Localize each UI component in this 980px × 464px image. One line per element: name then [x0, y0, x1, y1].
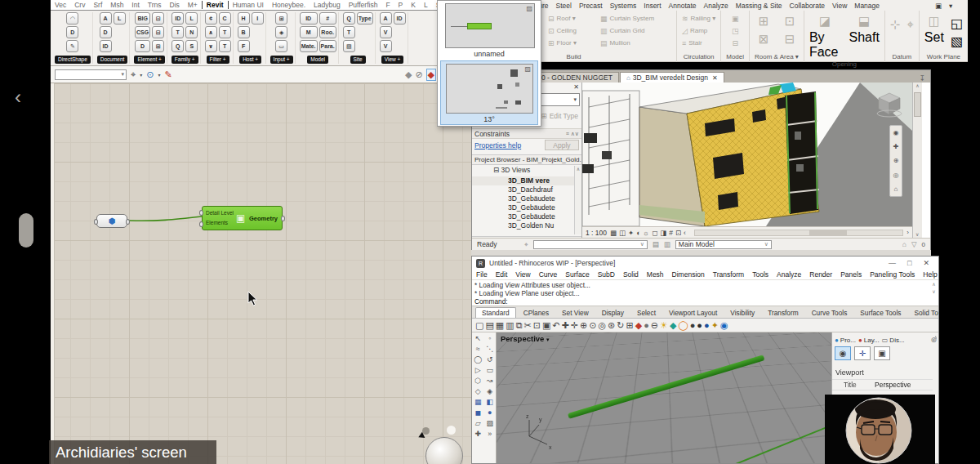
- side-tool-icon[interactable]: ◯: [474, 355, 482, 364]
- toolbar-icon[interactable]: ◆: [670, 319, 676, 332]
- node-input-nub[interactable]: [199, 221, 203, 227]
- command-icon[interactable]: ▧: [951, 33, 963, 49]
- command-icon[interactable]: ⊟: [781, 32, 799, 47]
- toolbar-icon[interactable]: ●: [697, 319, 702, 332]
- component-button[interactable]: CSG: [135, 26, 150, 38]
- node-output-nub[interactable]: [281, 216, 285, 221]
- side-tool-icon[interactable]: ▨: [486, 419, 493, 428]
- tree-view-item[interactable]: 3D_Gebäudete: [472, 203, 575, 212]
- ribbon-command[interactable]: ⊡Ceiling: [548, 27, 594, 35]
- selection-target-icon[interactable]: ⌖: [131, 69, 136, 80]
- revit-ribbon-tab[interactable]: Manage: [854, 2, 880, 10]
- component-button[interactable]: ∧: [205, 26, 217, 38]
- menu-item[interactable]: Curve: [535, 270, 562, 279]
- component-button[interactable]: ⊞: [152, 40, 164, 52]
- grasshopper-tab[interactable]: Honeybee.: [268, 1, 310, 9]
- revit-ribbon-tab[interactable]: Analyze: [704, 2, 728, 10]
- command-icon[interactable]: ⌖: [906, 17, 913, 32]
- group-label[interactable]: Input +: [270, 56, 293, 64]
- component-button[interactable]: T: [172, 26, 184, 38]
- menu-item[interactable]: View: [511, 270, 534, 279]
- toolbar-icon[interactable]: ●: [704, 319, 710, 332]
- sketch-pen-icon[interactable]: ✎: [164, 69, 172, 80]
- side-tool-icon[interactable]: ✚: [474, 430, 481, 439]
- component-button[interactable]: C: [219, 12, 231, 25]
- component-button[interactable]: Q: [172, 40, 184, 52]
- editable-only-icon[interactable]: ▤: [653, 240, 659, 248]
- thumbnail-unnamed[interactable]: ▨: [445, 3, 535, 48]
- grasshopper-tab[interactable]: Int: [127, 1, 143, 9]
- revit-source-node[interactable]: ⬢: [96, 214, 127, 228]
- thumbnail-selected[interactable]: ▨ 13°: [440, 60, 538, 125]
- command-icon[interactable]: ▣: [726, 15, 744, 23]
- toolbar-tab[interactable]: Set View: [556, 308, 595, 318]
- menu-item[interactable]: Surface: [561, 270, 593, 279]
- menu-item[interactable]: Solid: [619, 270, 643, 279]
- revit-ribbon-tab[interactable]: Insert: [644, 2, 661, 10]
- view-hscrollbar[interactable]: [694, 230, 903, 236]
- rhino-command-area[interactable]: * Loading View Attributes user object...…: [472, 280, 938, 306]
- menu-item[interactable]: Paneling Tools: [866, 270, 919, 279]
- ribbon-command[interactable]: ▤Mullion: [600, 39, 671, 47]
- browser-vscrollbar[interactable]: ∧: [574, 166, 581, 234]
- node-input-nub[interactable]: [94, 219, 98, 225]
- grasshopper-tab[interactable]: Vec: [51, 1, 70, 9]
- component-button[interactable]: ⊟: [152, 26, 164, 38]
- view-control-icon[interactable]: ◐: [636, 229, 640, 237]
- toolbar-icon[interactable]: ▥: [506, 319, 514, 332]
- menu-item[interactable]: SubD: [594, 270, 619, 279]
- edit-type-button[interactable]: ⊞Edit Type: [541, 112, 578, 120]
- command-scrollbar[interactable]: ∧ ∨: [930, 281, 938, 306]
- component-button[interactable]: #: [319, 12, 336, 25]
- caret-icon[interactable]: ▾: [140, 72, 142, 78]
- revit-ribbon-tab[interactable]: Annotate: [669, 2, 697, 10]
- menu-item[interactable]: Edit: [492, 270, 512, 279]
- toolbar-icon[interactable]: ▢: [475, 319, 483, 332]
- scroll-right-arrow[interactable]: ›: [906, 229, 909, 236]
- close-icon[interactable]: ✕: [712, 74, 718, 82]
- toolbar-icon[interactable]: ⊞: [626, 319, 633, 332]
- component-button[interactable]: B: [238, 26, 250, 38]
- view-control-icon[interactable]: ◨: [660, 229, 666, 237]
- component-button[interactable]: T: [343, 26, 355, 38]
- group-label[interactable]: View +: [381, 56, 404, 64]
- ribbon-group-label[interactable]: Work Plane: [924, 52, 963, 62]
- pin-icon[interactable]: ↧: [919, 74, 929, 83]
- ribbon-group-label[interactable]: Opening: [809, 60, 880, 69]
- canvas-search-dropdown[interactable]: ▾: [55, 69, 127, 80]
- view-control-icon[interactable]: ◻: [652, 229, 657, 237]
- revit-ribbon-tab[interactable]: Massing & Site: [736, 2, 782, 10]
- toolbar-icon[interactable]: ✛: [571, 319, 578, 332]
- side-tool-icon[interactable]: ◼: [475, 408, 481, 417]
- revit-ribbon-tab[interactable]: Systems: [610, 2, 637, 10]
- preview-gem-icon[interactable]: ⊘: [415, 69, 422, 80]
- side-tool-icon[interactable]: ◈: [487, 387, 492, 396]
- ribbon-command[interactable]: ▥Curtain Grid: [600, 27, 671, 35]
- constraints-row[interactable]: Constraints≡ ∧∨: [472, 128, 581, 139]
- side-tool-icon[interactable]: ◧: [486, 398, 493, 407]
- command-icon[interactable]: ◳: [726, 27, 744, 35]
- component-button[interactable]: ID: [394, 12, 406, 25]
- group-label[interactable]: Site: [350, 56, 366, 64]
- revit-ribbon-tab[interactable]: Precast: [579, 2, 603, 10]
- ribbon-command[interactable]: ◿Ramp: [682, 27, 715, 35]
- worksets-icon[interactable]: ⌖: [524, 240, 528, 249]
- ribbon-command[interactable]: ≋Railing ▾: [682, 15, 715, 23]
- side-tool-icon[interactable]: ◦: [488, 334, 491, 343]
- component-button[interactable]: ID: [300, 12, 318, 25]
- component-button[interactable]: T: [219, 40, 231, 52]
- toolbar-tab[interactable]: Standard: [475, 307, 516, 318]
- workset-dropdown[interactable]: ∨: [533, 240, 648, 249]
- node-output-nub[interactable]: [126, 219, 130, 225]
- view-control-icon[interactable]: ⊡: [675, 229, 681, 237]
- side-tool-icon[interactable]: ≈: [476, 345, 480, 354]
- view-control-icon[interactable]: ◫: [619, 229, 626, 237]
- component-button[interactable]: Q: [343, 12, 355, 25]
- minimize-button[interactable]: —: [889, 259, 896, 267]
- side-tool-icon[interactable]: ▦: [474, 398, 482, 407]
- tree-view-item[interactable]: 3D_Dachdrauf: [472, 185, 575, 194]
- ribbon-command[interactable]: ⬓Shaft: [849, 14, 879, 45]
- component-button[interactable]: L: [185, 12, 198, 25]
- tree-view-item[interactable]: 3D_Golden Nu: [472, 221, 575, 230]
- revit-ribbon-tab[interactable]: Collaborate: [790, 2, 825, 10]
